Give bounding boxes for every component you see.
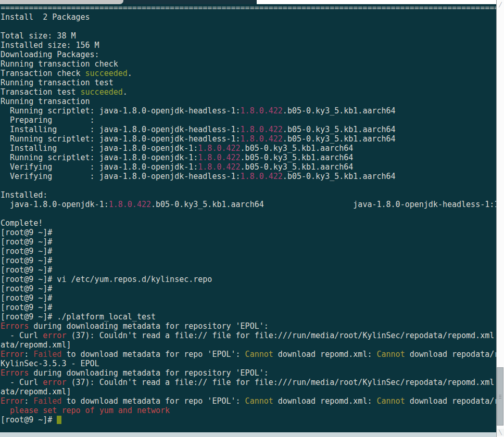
text-segment: download repodata/r xyxy=(405,350,496,359)
scrollbar[interactable]: ╱ ╲ xyxy=(496,0,504,437)
terminal-line: Running scriptlet: java-1.8.0-openjdk-1:… xyxy=(1,153,496,162)
browser-tab-dark[interactable] xyxy=(123,0,257,4)
terminal-line: [root@9 ~]# xyxy=(1,228,496,237)
text-segment: .b05-0.ky3_5.kb1.aarch64 xyxy=(283,172,396,181)
text-segment: Cannot xyxy=(376,396,405,406)
terminal-line: Verifying : java-1.8.0-openjdk-headless-… xyxy=(1,172,496,181)
text-segment: KylinSec-3.5.3 - EPOL xyxy=(1,359,99,368)
bottom-strip xyxy=(0,432,496,437)
scrollbar-thumb[interactable] xyxy=(497,367,503,426)
text-segment: [root@9 ~]# xyxy=(1,228,52,237)
text-segment: please set repo of yum and network xyxy=(1,406,170,415)
text-segment: Total size: 38 M xyxy=(1,31,76,41)
terminal-line: [root@9 ~]# vi /etc/yum.repos.d/kylinsec… xyxy=(1,275,496,284)
browser-tabbar-white xyxy=(257,0,504,4)
text-segment: [root@9 ~]# xyxy=(1,256,52,265)
text-segment: .b05-0.ky3_5.kb1.aarch64 xyxy=(241,153,354,162)
terminal-line: [root@9 ~]# xyxy=(1,265,496,275)
text-segment: Failed xyxy=(33,350,61,359)
terminal-line: [root@9 ~]# xyxy=(1,284,496,293)
terminal-line: [root@9 ~]# xyxy=(1,293,496,303)
terminal-line: - Curl error (37): Couldn't read a file:… xyxy=(1,331,496,340)
text-segment: ata/repomd.xml] xyxy=(1,387,71,396)
terminal-line: KylinSec-3.5.3 - EPOL xyxy=(1,359,496,368)
text-segment: 1.8.0.422 xyxy=(241,125,283,134)
text-segment: . xyxy=(123,87,128,97)
text-segment: Running transaction xyxy=(1,97,90,106)
text-segment: [root@9 ~]# xyxy=(1,415,57,425)
text-segment: 1.8.0.422 xyxy=(241,172,283,181)
text-segment: during downloading metadata for reposito… xyxy=(29,322,269,331)
text-segment: .b05-0.ky3_5.kb1.aarch64 xyxy=(283,134,396,144)
terminal-line: java-1.8.0-openjdk-1:1.8.0.422.b05-0.ky3… xyxy=(1,200,496,209)
terminal-line: ========================================… xyxy=(1,3,496,12)
text-segment: Running scriptlet: java-1.8.0-openjdk-he… xyxy=(1,106,241,115)
text-segment: [root@9 ~]# xyxy=(1,265,52,275)
text-segment: Cannot xyxy=(245,350,273,359)
terminal-output: ========================================… xyxy=(1,3,496,425)
text-segment: Error xyxy=(1,350,24,359)
text-segment: download repomd.xml: xyxy=(273,350,377,359)
text-segment: ========================================… xyxy=(1,3,496,12)
terminal-line: Error: Failed to download metadata for r… xyxy=(1,350,496,359)
text-segment: .b05-0.ky3_5.kb1.aarch64 xyxy=(241,144,354,153)
text-segment: java-1.8.0-openjdk-1: xyxy=(1,200,109,209)
text-segment: Error xyxy=(1,396,24,406)
scrollbar-down-arrow-icon[interactable]: ╲ xyxy=(497,429,504,436)
text-segment: .b05-0.ky3_5.kb1.aarch64 xyxy=(241,162,354,172)
terminal-line: Transaction check succeeded. xyxy=(1,69,496,78)
text-segment: [root@9 ~]# xyxy=(1,293,52,303)
text-segment: Running transaction check xyxy=(1,59,118,69)
text-segment: [root@9 ~]# ./platform_local_test xyxy=(1,312,156,322)
terminal-line: Installing : java-1.8.0-openjdk-headless… xyxy=(1,125,496,134)
terminal-line: Running transaction xyxy=(1,97,496,106)
terminal-cursor xyxy=(57,416,61,424)
scrollbar-thumb-grip xyxy=(499,395,501,400)
terminal-line: [root@9 ~]# ./platform_local_test xyxy=(1,312,496,322)
terminal[interactable]: ========================================… xyxy=(0,0,496,432)
text-segment: Running scriptlet: java-1.8.0-openjdk-he… xyxy=(1,134,241,144)
text-segment: Complete! xyxy=(1,219,43,228)
terminal-line: Errors during downloading metadata for r… xyxy=(1,368,496,378)
text-segment: . xyxy=(128,69,132,78)
text-segment: [root@9 ~]# xyxy=(1,303,52,312)
text-segment: Installed size: 156 M xyxy=(1,41,99,50)
terminal-line: Preparing : xyxy=(1,115,496,125)
text-segment: [root@9 ~]# vi /etc/yum.repos.d/kylinsec… xyxy=(1,275,212,284)
text-segment: (37): Couldn't read a file:// file for f… xyxy=(66,378,494,387)
terminal-line: [root@9 ~]# xyxy=(1,256,496,265)
text-segment: 1.8.0.422 xyxy=(109,200,151,209)
terminal-line: Install 2 Packages xyxy=(1,12,496,22)
text-segment: Cannot xyxy=(245,396,273,406)
terminal-line: Verifying : java-1.8.0-openjdk-1:1.8.0.4… xyxy=(1,162,496,172)
text-segment: Cannot xyxy=(376,350,405,359)
text-segment: download repomd.xml: xyxy=(273,396,377,406)
terminal-line: [root@9 ~]# xyxy=(1,247,496,256)
browser-tab-gray[interactable] xyxy=(0,0,123,4)
scrollbar-up-arrow-icon[interactable]: ╱ xyxy=(497,1,504,8)
terminal-line xyxy=(1,181,496,190)
text-segment: (37): Couldn't read a file:// file for f… xyxy=(66,331,494,340)
text-segment: Running transaction test xyxy=(1,78,114,87)
terminal-line: Installing : java-1.8.0-openjdk-1:1.8.0.… xyxy=(1,144,496,153)
text-segment: Running scriptlet: java-1.8.0-openjdk-1: xyxy=(1,153,198,162)
terminal-line: Downloading Packages: xyxy=(1,50,496,59)
text-segment: to download metadata for repo 'EPOL': xyxy=(61,350,245,359)
text-segment: 1.8.0.422 xyxy=(198,162,240,172)
text-segment xyxy=(264,200,354,209)
terminal-line: Error: Failed to download metadata for r… xyxy=(1,396,496,406)
terminal-line: - Curl error (37): Couldn't read a file:… xyxy=(1,378,496,387)
terminal-line: [root@9 ~]# xyxy=(1,237,496,247)
text-segment: Errors xyxy=(1,322,29,331)
text-segment: download repodata/r xyxy=(405,396,496,406)
terminal-line: Running scriptlet: java-1.8.0-openjdk-he… xyxy=(1,134,496,144)
text-segment: [root@9 ~]# xyxy=(1,247,52,256)
text-segment: Downloading Packages: xyxy=(1,50,99,59)
terminal-line: Complete! xyxy=(1,219,496,228)
text-segment: ata/repomd.xml] xyxy=(1,340,71,350)
terminal-line: [root@9 ~]# xyxy=(1,303,496,312)
terminal-line xyxy=(1,209,496,219)
terminal-line: Total size: 38 M xyxy=(1,31,496,41)
text-segment: Verifying : java-1.8.0-openjdk-headless-… xyxy=(1,172,241,181)
terminal-line: ata/repomd.xml] xyxy=(1,340,496,350)
